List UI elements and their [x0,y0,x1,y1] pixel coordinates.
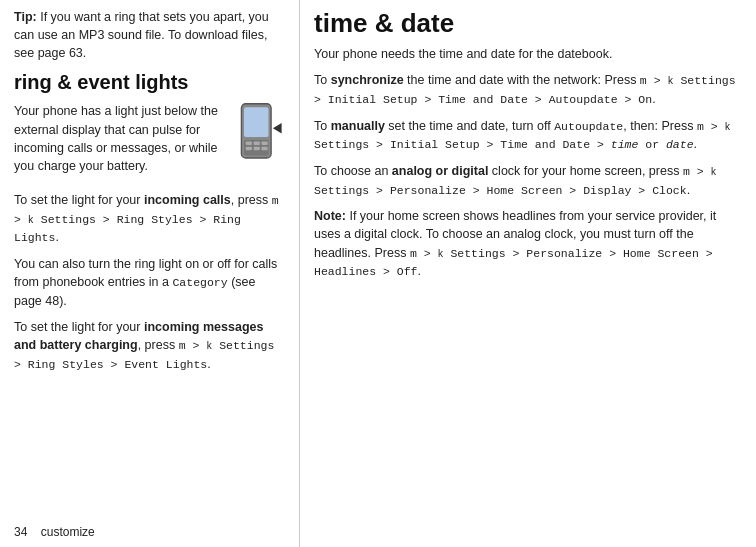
time-date-intro: Your phone needs the time and date for t… [314,45,742,63]
manually-para: To manually set the time and date, turn … [314,117,742,154]
left-column: Tip: If you want a ring that sets you ap… [0,0,300,547]
incoming-calls-para: To set the light for your incoming calls… [14,191,285,247]
note-para: Note: If your home screen shows headline… [314,207,742,281]
synchronize-para: To synchronize the time and date with th… [314,71,742,108]
clock-para: To choose an analog or digital clock for… [314,162,742,199]
incoming-calls-bold: incoming calls [144,193,231,207]
svg-rect-8 [262,147,268,151]
time-date-heading: time & date [314,8,742,39]
svg-rect-6 [246,147,252,151]
synchronize-bold: synchronize [331,73,404,87]
note-path: m > k Settings > Personalize > Home Scre… [314,247,713,279]
category-para: You can also turn the ring light on or o… [14,255,285,310]
incoming-messages-para: To set the light for your incoming messa… [14,318,285,373]
clock-path: m > k Settings > Personalize > Home Scre… [314,165,717,197]
tip-label: Tip: [14,10,37,24]
page-label: customize [41,525,95,539]
tip-text: If you want a ring that sets you apart, … [14,10,269,60]
svg-marker-9 [273,123,282,134]
category-mono: Category [172,276,227,289]
manually-bold: manually [331,119,385,133]
right-column: time & date Your phone needs the time an… [300,0,756,547]
note-label: Note: [314,209,346,223]
svg-rect-3 [246,142,252,146]
lights-intro-text: Your phone has a light just below the ex… [14,102,223,175]
page-num-value: 34 [14,525,27,539]
phone-illustration [231,102,285,172]
svg-rect-5 [262,142,268,146]
analog-digital-bold: analog or digital [392,164,489,178]
svg-rect-7 [254,147,260,151]
page-number: 34 customize [14,525,95,539]
autoupdate-mono: Autoupdate [554,120,623,133]
lights-intro-row: Your phone has a light just below the ex… [14,102,285,183]
svg-rect-4 [254,142,260,146]
tip-paragraph: Tip: If you want a ring that sets you ap… [14,8,285,62]
svg-rect-1 [244,108,269,138]
section-heading-lights: ring & event lights [14,70,285,94]
